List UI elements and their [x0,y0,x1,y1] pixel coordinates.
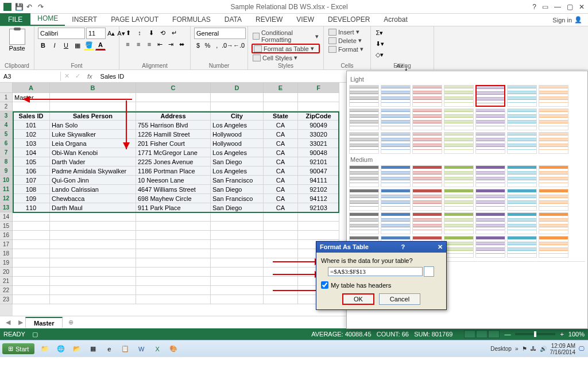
view-page-layout-icon[interactable] [476,330,488,338]
row-header-18[interactable]: 18 [0,249,13,258]
tab-file[interactable]: FILE [0,13,30,26]
align-left-icon[interactable]: ≡ [123,39,133,49]
cell[interactable]: Obi-Wan Kenobi [50,148,136,157]
cell[interactable]: Han Solo [50,121,136,130]
delete-cells-button[interactable]: Delete▾ [327,36,367,45]
row-header-6[interactable]: 6 [0,139,13,148]
cell[interactable] [211,102,264,111]
cell[interactable] [298,102,339,111]
cell[interactable]: San Diego [211,203,264,212]
table-style-swatch[interactable] [412,189,442,211]
row-header-3[interactable]: 3 [0,111,13,121]
ie-icon[interactable]: e [102,343,117,355]
cell[interactable]: 103 [13,139,50,148]
cell[interactable] [13,286,50,295]
format-as-table-button[interactable]: Format as Table▾ [252,44,320,53]
cell[interactable] [264,249,298,258]
cell[interactable] [50,231,136,240]
new-sheet-icon[interactable]: ⊕ [63,319,79,326]
cell[interactable] [50,268,136,277]
undo-icon[interactable]: ↶ [26,3,34,11]
row-header-10[interactable]: 10 [0,176,13,185]
cell[interactable]: San Francisco [211,176,264,185]
tab-acrobat[interactable]: Acrobat [377,13,414,26]
table-style-swatch[interactable] [381,165,411,187]
cell[interactable] [13,102,50,111]
cell[interactable] [264,212,298,222]
wrap-text-icon[interactable]: ↵ [169,28,179,38]
sheet-nav-prev-icon[interactable]: ◀ [0,319,16,326]
cell[interactable] [211,258,264,268]
cell[interactable] [136,102,211,111]
table-style-swatch[interactable] [539,236,568,258]
table-style-swatch[interactable] [381,85,411,107]
clock-time[interactable]: 12:09 AM [550,343,576,349]
cell[interactable]: Qui-Gon Jinn [50,176,136,185]
table-style-swatch[interactable] [475,236,505,258]
cancel-button[interactable]: Cancel [379,293,420,305]
cell[interactable] [298,231,339,240]
col-header-C[interactable]: C [136,83,211,93]
merge-center-icon[interactable]: ⬌ [177,39,187,49]
cell[interactable]: 110 [13,203,50,212]
cell[interactable]: 911 Park Place [136,203,211,212]
font-name-select[interactable] [38,28,85,39]
cell[interactable]: 10 Neeson Lane [136,176,211,185]
explorer-icon[interactable]: 📁 [37,343,52,355]
cell[interactable] [136,268,211,277]
table-style-swatch[interactable] [539,165,568,187]
cell[interactable] [13,268,50,277]
range-select-icon[interactable] [424,266,434,277]
orientation-icon[interactable]: ⟲ [157,28,168,38]
number-format-select[interactable] [194,28,246,39]
cell-styles-button[interactable]: Cell Styles▾ [252,53,320,62]
cell[interactable] [50,222,136,231]
redo-icon[interactable]: ↷ [38,3,46,11]
dialog-close-icon[interactable]: ✕ [438,243,443,251]
sheet-tab-master[interactable]: Master [25,317,63,328]
comma-icon[interactable]: , [213,40,221,51]
row-header-7[interactable]: 7 [0,148,13,157]
close-icon[interactable]: ✕ [579,3,585,11]
decrease-decimal-icon[interactable]: ←.0 [234,40,244,51]
conditional-formatting-button[interactable]: Conditional Formatting▾ [252,29,320,44]
cell[interactable] [264,222,298,231]
cell[interactable] [264,268,298,277]
table-style-swatch[interactable] [381,212,411,234]
cell[interactable] [211,286,264,295]
cell[interactable]: 107 [13,176,50,185]
bold-button[interactable]: B [38,40,48,51]
table-style-swatch[interactable] [475,189,505,211]
cell[interactable]: 101 [13,121,50,130]
table-style-swatch[interactable] [444,212,474,234]
cell[interactable] [298,93,339,102]
row-header-1[interactable]: 1 [0,93,13,102]
cell[interactable] [211,212,264,222]
signin-link[interactable]: Sign in👤 [547,14,588,26]
align-bottom-icon[interactable]: ⬇ [146,28,156,38]
row-header-13[interactable]: 13 [0,203,13,212]
table-style-swatch[interactable] [475,212,505,234]
cell[interactable] [136,212,211,222]
cell[interactable] [13,212,50,222]
cell[interactable] [264,258,298,268]
cell[interactable]: 33021 [298,139,339,148]
cell[interactable]: Hollywood [211,139,264,148]
tray-chevron-icon[interactable]: » [515,346,519,352]
increase-decimal-icon[interactable]: .0→ [222,40,233,51]
table-style-swatch[interactable] [539,108,568,130]
table-style-swatch[interactable] [349,165,379,187]
clock-date[interactable]: 7/16/2014 [550,349,576,355]
table-style-swatch[interactable] [412,132,442,154]
cell[interactable]: ZipCode [298,111,339,121]
table-style-swatch[interactable] [349,85,379,107]
table-style-swatch[interactable] [507,189,537,211]
table-style-swatch[interactable] [349,189,379,211]
align-right-icon[interactable]: ≡ [145,39,154,49]
cell[interactable]: 90047 [298,166,339,176]
fill-color-button[interactable]: 🪣 [84,40,94,51]
cell[interactable]: 1226 Hamill Street [136,130,211,139]
cell[interactable] [50,240,136,249]
table-style-swatch[interactable] [507,132,537,154]
table-style-swatch[interactable] [475,85,505,107]
